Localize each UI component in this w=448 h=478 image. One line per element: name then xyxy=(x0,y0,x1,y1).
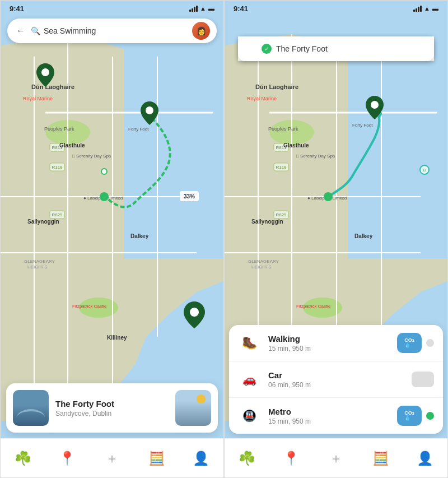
svg-text:Fitzpatrick Castle: Fitzpatrick Castle xyxy=(296,304,331,309)
svg-text:R118: R118 xyxy=(276,165,287,170)
info-text-1: The Forty Foot Sandycove, Dublin xyxy=(55,399,169,417)
calculator-icon-2: 🧮 xyxy=(372,451,389,466)
dot-metro xyxy=(426,412,434,420)
map-pin-main-1 xyxy=(35,62,55,90)
person-icon-2: 👤 xyxy=(417,451,433,466)
screen-2: 9:41 ▲ ▬ xyxy=(224,0,448,478)
transport-info-walking: Walking 15 min, 950 m xyxy=(268,334,389,352)
svg-point-69 xyxy=(371,101,379,109)
shamrock-icon-1: ☘️ xyxy=(15,451,31,466)
transport-row-walking[interactable]: 🥾 Walking 15 min, 950 m CO₂💧 xyxy=(229,325,443,361)
signal-bars-1 xyxy=(189,6,198,12)
transport-detail-walking: 15 min, 950 m xyxy=(268,345,389,352)
bridge-image xyxy=(13,390,49,426)
map-pin-nav-icon-1: 📍 xyxy=(59,451,76,466)
transport-detail-car: 06 min, 950 m xyxy=(268,381,402,389)
screens-container: 9:41 ▲ ▬ xyxy=(0,0,448,478)
svg-text:Glasthule: Glasthule xyxy=(283,142,309,148)
svg-text:GLENAGEARY: GLENAGEARY xyxy=(24,259,55,264)
search-input-1[interactable]: Sea Swimming xyxy=(44,26,192,35)
bottom-nav-1: ☘️ 📍 ＋ 🧮 👤 xyxy=(1,438,223,477)
nav-person-1[interactable]: 👤 xyxy=(184,444,218,472)
nav-map-2[interactable]: 📍 xyxy=(274,444,308,472)
map-pin-forty-foot xyxy=(139,100,160,128)
battery-icon-2: ▬ xyxy=(432,5,438,12)
transport-info-car: Car 06 min, 950 m xyxy=(268,370,402,389)
svg-text:Forty Foot: Forty Foot xyxy=(352,123,373,128)
svg-point-37 xyxy=(190,308,199,317)
svg-rect-39 xyxy=(348,34,447,258)
svg-text:Peoples Park: Peoples Park xyxy=(44,126,74,132)
co2-text-metro: CO₂💧 xyxy=(404,411,414,421)
svg-text:□ Serenity Day Spa: □ Serenity Day Spa xyxy=(72,154,111,159)
map-pin-ff-2 xyxy=(365,95,385,123)
transport-name-walking: Walking xyxy=(268,334,389,344)
svg-text:Killiney: Killiney xyxy=(107,335,127,341)
svg-text:R118: R118 xyxy=(52,165,63,170)
info-card-1[interactable]: The Forty Foot Sandycove, Dublin xyxy=(6,383,218,433)
avatar-1[interactable]: 👩 xyxy=(192,22,210,40)
nav-calc-2[interactable]: 🧮 xyxy=(364,444,398,472)
status-bar-1: 9:41 ▲ ▬ xyxy=(1,1,223,16)
plus-icon-1: ＋ xyxy=(105,449,119,467)
walking-indicators: CO₂💧 xyxy=(397,333,434,353)
transport-row-metro[interactable]: 🚇 Metro 15 min, 950 m CO₂💧 xyxy=(229,398,443,434)
nav-map-1[interactable]: 📍 xyxy=(50,444,84,472)
sun-circle xyxy=(197,395,206,403)
car-icon: 🚗 xyxy=(238,368,260,391)
battery-icon-1: ▬ xyxy=(208,5,214,12)
transport-info-metro: Metro 15 min, 950 m xyxy=(268,407,389,425)
shamrock-icon-2: ☘️ xyxy=(239,451,255,466)
nav-plus-1[interactable]: ＋ xyxy=(95,444,129,472)
svg-text:□ Serenity Day Spa: □ Serenity Day Spa xyxy=(296,154,335,159)
svg-text:Glasthule: Glasthule xyxy=(59,142,85,148)
search-to-input[interactable]: The Forty Foot xyxy=(276,44,427,53)
signal-bars-2 xyxy=(413,6,422,12)
info-thumb2-1 xyxy=(175,390,211,426)
info-title-1: The Forty Foot xyxy=(55,399,169,409)
nav-person-2[interactable]: 👤 xyxy=(408,444,442,472)
search-to-bar[interactable]: ✓ The Forty Foot xyxy=(238,36,434,61)
search-bar-1[interactable]: ← 🔍 Sea Swimming 👩 xyxy=(7,18,217,43)
svg-text:Peoples Park: Peoples Park xyxy=(268,126,298,132)
co2-badge-walking: CO₂💧 xyxy=(397,333,422,353)
check-circle-icon: ✓ xyxy=(262,44,272,54)
bullock-indicator: B xyxy=(419,165,430,175)
wifi-icon-2: ▲ xyxy=(424,5,430,12)
info-thumb-1 xyxy=(13,390,49,426)
back-button-1[interactable]: ← xyxy=(14,24,27,38)
svg-text:HEIGHTS: HEIGHTS xyxy=(27,264,48,270)
bridge-arch xyxy=(17,409,45,426)
map-bg-1: 33% R811 R118 R829 Dún Laoghaire Royal M… xyxy=(1,1,223,438)
svg-text:Royal Marine: Royal Marine xyxy=(23,96,53,101)
status-time-1: 9:41 xyxy=(10,4,24,13)
transport-card: 🥾 Walking 15 min, 950 m CO₂💧 🚗 Car 06 xyxy=(229,325,443,434)
dot-car xyxy=(412,372,434,387)
map-pin-bottom xyxy=(183,300,206,332)
co2-text-walking: CO₂💧 xyxy=(404,338,414,348)
car-indicators xyxy=(409,372,434,387)
status-icons-1: ▲ ▬ xyxy=(189,5,214,12)
nav-home-2[interactable]: ☘️ xyxy=(230,444,264,472)
map-svg-1: 33% R811 R118 R829 Dún Laoghaire Royal M… xyxy=(1,1,223,438)
wifi-icon-1: ▲ xyxy=(200,5,206,12)
svg-text:Sallynoggin: Sallynoggin xyxy=(251,219,283,225)
nav-home-1[interactable]: ☘️ xyxy=(6,444,40,472)
svg-text:Dalkey: Dalkey xyxy=(130,233,149,239)
svg-text:R829: R829 xyxy=(52,212,63,217)
svg-text:Dalkey: Dalkey xyxy=(354,233,373,239)
transport-detail-metro: 15 min, 950 m xyxy=(268,417,389,425)
search-icon-1: 🔍 xyxy=(31,26,40,35)
map-pin-nav-icon-2: 📍 xyxy=(283,451,300,466)
svg-text:Sallynoggin: Sallynoggin xyxy=(27,219,59,225)
info-subtitle-1: Sandycove, Dublin xyxy=(55,410,169,417)
plus-icon-2: ＋ xyxy=(329,449,343,467)
nav-plus-2[interactable]: ＋ xyxy=(319,444,353,472)
co2-badge-metro: CO₂💧 xyxy=(397,406,422,426)
svg-point-33 xyxy=(101,169,107,174)
nav-calc-1[interactable]: 🧮 xyxy=(140,444,174,472)
svg-point-34 xyxy=(100,192,109,201)
transport-row-car[interactable]: 🚗 Car 06 min, 950 m xyxy=(229,361,443,398)
svg-text:33%: 33% xyxy=(184,193,195,199)
svg-text:R829: R829 xyxy=(276,212,287,217)
